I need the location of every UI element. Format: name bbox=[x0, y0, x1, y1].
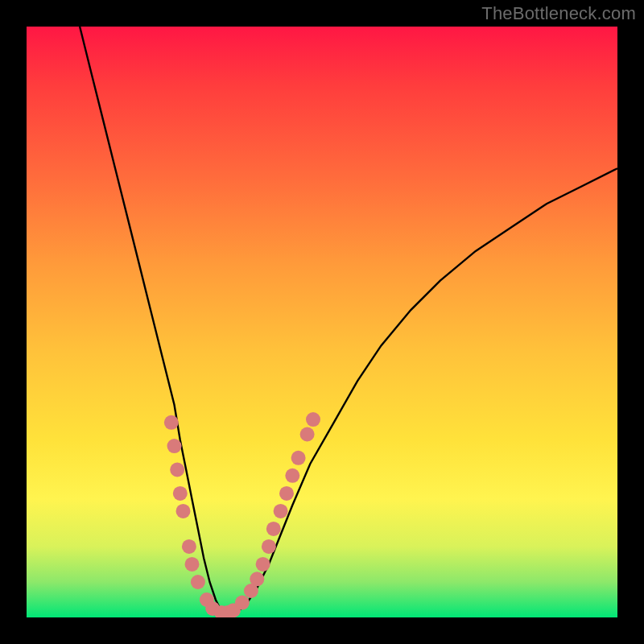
sample-dot bbox=[167, 439, 182, 453]
sample-dot bbox=[164, 415, 179, 430]
sample-dot bbox=[170, 463, 184, 477]
sample-dots bbox=[164, 412, 320, 617]
sample-dot bbox=[235, 596, 250, 610]
sample-dot bbox=[285, 469, 299, 483]
sample-dot bbox=[279, 486, 294, 501]
sample-dot bbox=[176, 504, 191, 518]
sample-dot bbox=[173, 486, 188, 501]
sample-dot bbox=[300, 427, 315, 442]
sample-dot bbox=[266, 522, 281, 536]
plot-area bbox=[27, 27, 617, 617]
sample-dot bbox=[256, 557, 270, 572]
chart-svg bbox=[27, 27, 617, 617]
sample-dot bbox=[274, 504, 288, 518]
watermark-text: TheBottleneck.com bbox=[481, 3, 636, 24]
sample-dot bbox=[191, 575, 205, 589]
sample-dot bbox=[306, 412, 320, 427]
chart-frame: TheBottleneck.com bbox=[0, 0, 644, 644]
bottleneck-curve bbox=[80, 27, 617, 617]
sample-dot bbox=[182, 539, 196, 554]
sample-dot bbox=[262, 539, 276, 554]
sample-dot bbox=[250, 572, 264, 586]
sample-dot bbox=[291, 451, 306, 465]
sample-dot bbox=[185, 557, 200, 572]
